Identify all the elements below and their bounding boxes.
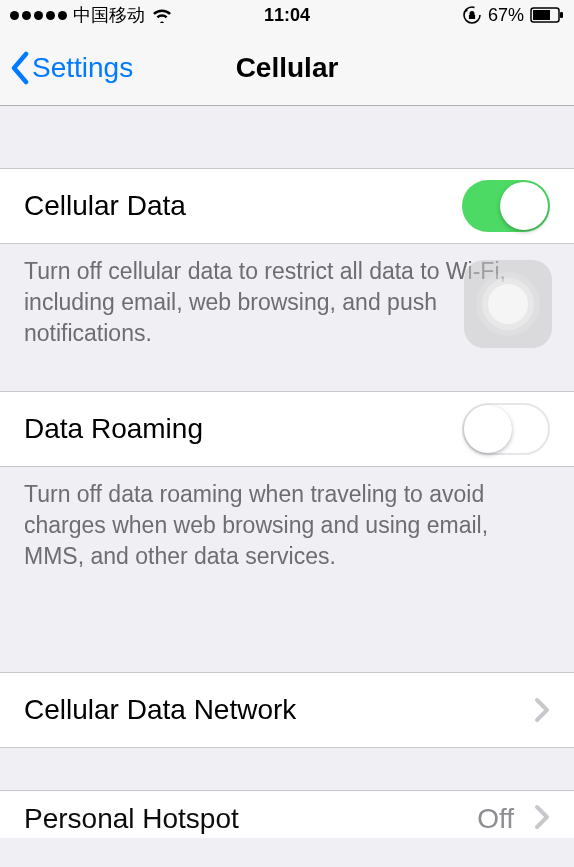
status-time: 11:04	[264, 5, 310, 26]
status-left: 中国移动	[10, 3, 173, 27]
section-spacer	[0, 748, 574, 790]
wifi-icon	[151, 7, 173, 23]
svg-rect-3	[560, 12, 563, 18]
back-label: Settings	[32, 52, 133, 84]
cellular-data-toggle[interactable]	[462, 180, 550, 232]
chevron-right-icon	[534, 697, 550, 723]
cellular-data-row: Cellular Data	[0, 168, 574, 244]
navigation-bar: Settings Cellular	[0, 30, 574, 106]
data-roaming-row: Data Roaming	[0, 391, 574, 467]
section-spacer	[0, 572, 574, 672]
personal-hotspot-row[interactable]: Personal Hotspot Off	[0, 790, 574, 838]
back-button[interactable]: Settings	[10, 51, 133, 85]
svg-rect-2	[533, 10, 550, 20]
page-title: Cellular	[236, 52, 339, 84]
cellular-data-label: Cellular Data	[24, 190, 186, 222]
cellular-data-network-label: Cellular Data Network	[24, 694, 296, 726]
chevron-left-icon	[10, 51, 30, 85]
personal-hotspot-value: Off	[477, 803, 514, 835]
toggle-knob	[464, 405, 512, 453]
data-roaming-footer: Turn off data roaming when traveling to …	[0, 467, 574, 572]
orientation-lock-icon	[462, 5, 482, 25]
assistive-touch-button[interactable]	[464, 260, 552, 348]
data-roaming-toggle[interactable]	[462, 403, 550, 455]
assistive-touch-ring	[482, 278, 534, 330]
data-roaming-label: Data Roaming	[24, 413, 203, 445]
chevron-right-icon	[534, 804, 550, 834]
battery-icon	[530, 7, 564, 23]
battery-percentage: 67%	[488, 5, 524, 26]
cellular-data-network-row[interactable]: Cellular Data Network	[0, 672, 574, 748]
section-spacer	[0, 106, 574, 168]
personal-hotspot-label: Personal Hotspot	[24, 803, 239, 835]
signal-strength-icon	[10, 11, 67, 20]
toggle-knob	[500, 182, 548, 230]
status-right: 67%	[462, 5, 564, 26]
status-bar: 中国移动 11:04 67%	[0, 0, 574, 30]
carrier-label: 中国移动	[73, 3, 145, 27]
section-spacer	[0, 349, 574, 391]
assistive-touch-center-icon	[488, 284, 528, 324]
assistive-touch-ring	[476, 272, 540, 336]
